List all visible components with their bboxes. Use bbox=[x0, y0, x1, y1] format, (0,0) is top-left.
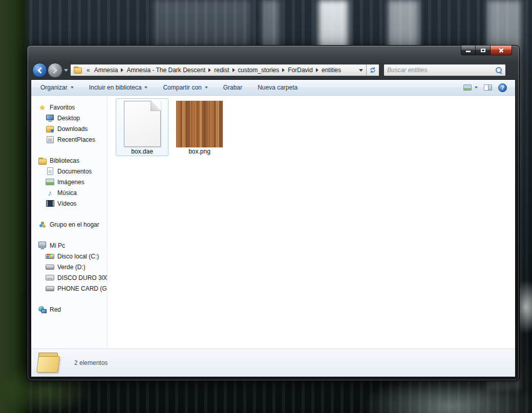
explorer-content: Favoritos Desktop Downloads RecentPlaces bbox=[31, 96, 515, 349]
sidebar-section-homegroup: Grupo en el hogar bbox=[31, 219, 107, 230]
organize-label: Organizar bbox=[40, 84, 68, 91]
sidebar-item-bibliotecas[interactable]: Bibliotecas bbox=[31, 155, 107, 166]
folder-icon-large bbox=[36, 352, 63, 374]
search-box bbox=[384, 64, 506, 76]
network-icon bbox=[38, 306, 47, 314]
breadcrumb-overflow[interactable]: « bbox=[87, 67, 90, 74]
refresh-button[interactable] bbox=[366, 64, 379, 76]
include-in-library-button[interactable]: Incluir en biblioteca bbox=[89, 84, 148, 91]
sidebar-item-grupo-hogar[interactable]: Grupo en el hogar bbox=[31, 219, 107, 230]
burn-label: Grabar bbox=[223, 84, 242, 91]
file-thumbnail bbox=[176, 100, 223, 148]
chevron-down-icon bbox=[144, 86, 147, 89]
search-input[interactable] bbox=[387, 67, 496, 74]
sidebar-label: Downloads bbox=[57, 125, 88, 133]
maximize-button[interactable] bbox=[476, 46, 490, 55]
file-name: box.dae bbox=[131, 148, 153, 155]
homegroup-icon bbox=[38, 221, 47, 229]
details-pane: 2 elementos bbox=[31, 349, 515, 377]
drive-icon bbox=[46, 285, 54, 293]
breadcrumb-item-fordavid[interactable]: ForDavid bbox=[286, 67, 315, 74]
computer-icon bbox=[38, 242, 47, 250]
sidebar-section-bibliotecas: Bibliotecas Documentos Imágenes Música bbox=[31, 155, 107, 209]
sidebar-label: Vídeos bbox=[57, 200, 76, 207]
sidebar-item-documentos[interactable]: Documentos bbox=[31, 166, 107, 177]
share-label: Compartir con bbox=[163, 84, 201, 91]
sidebar-item-videos[interactable]: Vídeos bbox=[31, 198, 107, 209]
sidebar-item-phone-card-g[interactable]: PHONE CARD (G:) bbox=[31, 283, 107, 294]
toolbar-left-group: Organizar Incluir en biblioteca Comparti… bbox=[31, 84, 297, 91]
address-dropdown-caret-icon[interactable] bbox=[359, 69, 363, 72]
new-folder-label: Nueva carpeta bbox=[258, 84, 297, 91]
new-folder-button[interactable]: Nueva carpeta bbox=[258, 84, 297, 91]
sidebar-label: PHONE CARD (G:) bbox=[57, 285, 107, 292]
help-icon bbox=[498, 83, 507, 92]
breadcrumb-item-custom-stories[interactable]: custom_stories bbox=[236, 67, 282, 74]
organize-button[interactable]: Organizar bbox=[40, 84, 74, 91]
minimize-icon bbox=[466, 51, 471, 52]
folder-icon bbox=[73, 66, 82, 74]
sidebar-label: Bibliotecas bbox=[50, 157, 79, 164]
address-bar[interactable]: « Amnesia Amnesia - The Dark Descent red… bbox=[70, 64, 379, 76]
sidebar-item-favoritos[interactable]: Favoritos bbox=[31, 102, 107, 113]
change-view-button[interactable] bbox=[463, 84, 478, 91]
sidebar-item-musica[interactable]: Música bbox=[31, 187, 107, 198]
sidebar-label: Documentos bbox=[57, 168, 92, 175]
sidebar-item-desktop[interactable]: Desktop bbox=[31, 113, 107, 123]
help-button[interactable] bbox=[498, 83, 507, 92]
breadcrumb-separator-icon bbox=[121, 68, 123, 72]
burn-button[interactable]: Grabar bbox=[223, 84, 242, 91]
sidebar-label: Música bbox=[57, 189, 77, 197]
preview-pane-button[interactable] bbox=[484, 84, 492, 91]
include-label: Incluir en biblioteca bbox=[89, 84, 142, 91]
sidebar-label: Imágenes bbox=[57, 179, 84, 186]
breadcrumb-separator-icon bbox=[232, 68, 235, 72]
navigation-bar: « Amnesia Amnesia - The Dark Descent red… bbox=[31, 61, 516, 79]
forward-button[interactable] bbox=[48, 63, 62, 78]
preview-pane-icon bbox=[484, 84, 492, 91]
sidebar-label: DISCO DURO 300G bbox=[57, 274, 107, 281]
sidebar-item-disco-duro-300g[interactable]: DISCO DURO 300G bbox=[31, 272, 107, 283]
sidebar-item-downloads[interactable]: Downloads bbox=[31, 123, 107, 134]
file-box-dae[interactable]: box.dae bbox=[116, 98, 168, 156]
share-with-button[interactable]: Compartir con bbox=[163, 84, 207, 91]
breadcrumb-item-entities[interactable]: entities bbox=[320, 67, 343, 74]
drive-icon bbox=[46, 263, 54, 271]
videos-icon bbox=[46, 200, 54, 208]
sidebar-item-recentplaces[interactable]: RecentPlaces bbox=[31, 134, 107, 145]
close-button[interactable] bbox=[490, 46, 512, 55]
breadcrumb-separator-icon bbox=[316, 68, 318, 72]
sidebar-label: Favoritos bbox=[50, 104, 75, 111]
recent-pages-caret-icon[interactable] bbox=[64, 69, 68, 72]
sidebar-item-red[interactable]: Red bbox=[31, 304, 107, 315]
recent-places-icon bbox=[46, 136, 54, 144]
breadcrumb-item-dark-descent[interactable]: Amnesia - The Dark Descent bbox=[124, 67, 207, 74]
sidebar-item-verde-d[interactable]: Verde (D:) bbox=[31, 262, 107, 272]
close-icon bbox=[498, 47, 504, 53]
file-list[interactable]: box.dae box.png bbox=[108, 96, 515, 349]
chevron-down-icon bbox=[475, 86, 478, 89]
title-bar[interactable] bbox=[31, 46, 516, 61]
search-icon[interactable] bbox=[496, 67, 502, 74]
refresh-icon bbox=[369, 67, 376, 74]
file-name: box.png bbox=[188, 148, 210, 155]
back-button[interactable] bbox=[32, 63, 47, 78]
desktop-icon bbox=[46, 114, 54, 122]
sidebar-label: RecentPlaces bbox=[57, 136, 95, 143]
library-folder-icon bbox=[38, 157, 47, 164]
toolbar-right-group bbox=[463, 83, 515, 92]
explorer-window: « Amnesia Amnesia - The Dark Descent red… bbox=[27, 45, 520, 381]
minimize-button[interactable] bbox=[461, 46, 476, 55]
breadcrumb-item-redist[interactable]: redist bbox=[212, 67, 231, 74]
sidebar-item-disco-local-c[interactable]: Disco local (C:) bbox=[31, 251, 107, 262]
sidebar-item-imagenes[interactable]: Imágenes bbox=[31, 177, 107, 187]
wood-texture-thumbnail bbox=[176, 101, 223, 147]
item-count: 2 elementos bbox=[74, 359, 108, 366]
file-box-png[interactable]: box.png bbox=[173, 98, 226, 156]
sidebar-label: Red bbox=[50, 306, 61, 313]
downloads-icon bbox=[46, 125, 54, 133]
sidebar-label: Desktop bbox=[57, 115, 80, 122]
breadcrumb-item-amnesia[interactable]: Amnesia bbox=[92, 67, 120, 74]
sidebar-item-mipc[interactable]: Mi Pc bbox=[31, 240, 107, 251]
sidebar-section-favoritos: Favoritos Desktop Downloads RecentPlaces bbox=[31, 102, 107, 145]
